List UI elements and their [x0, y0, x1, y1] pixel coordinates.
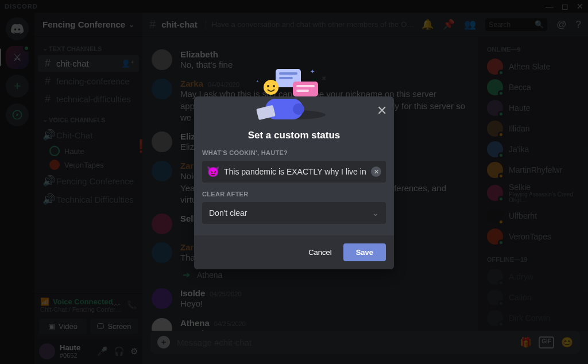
svg-text:✖: ✖ — [322, 75, 326, 82]
clear-status-button[interactable]: ✕ — [371, 166, 381, 177]
clear-after-label: CLEAR AFTER — [202, 191, 386, 198]
svg-rect-3 — [279, 72, 297, 75]
status-input-wrap: 😈 ✕ — [202, 161, 386, 183]
status-label: WHAT'S COOKIN', HAUTE? — [202, 149, 386, 156]
svg-point-9 — [267, 85, 269, 87]
svg-rect-4 — [279, 77, 293, 79]
status-input[interactable] — [224, 167, 366, 176]
svg-rect-7 — [296, 90, 309, 92]
modal-overlay[interactable]: ✦ + ✖ ✕ Set a custom status WHAT'S COOKI… — [0, 0, 588, 364]
modal-footer: Cancel Save — [194, 235, 394, 269]
custom-status-modal: ✦ + ✖ ✕ Set a custom status WHAT'S COOKI… — [194, 96, 394, 269]
svg-rect-6 — [296, 85, 315, 87]
cancel-button[interactable]: Cancel — [300, 243, 339, 261]
svg-text:✦: ✦ — [310, 68, 315, 75]
status-emoji-picker[interactable]: 😈 — [207, 165, 219, 178]
svg-rect-5 — [293, 82, 318, 96]
svg-text:+: + — [256, 79, 259, 84]
svg-point-10 — [273, 85, 275, 87]
chevron-down-icon: ⌄ — [372, 208, 379, 218]
modal-close-button[interactable]: ✕ — [377, 103, 387, 118]
clear-after-select[interactable]: Don't clear ⌄ — [202, 202, 386, 224]
clear-after-value: Don't clear — [209, 208, 247, 218]
svg-rect-2 — [276, 69, 301, 87]
modal-title: Set a custom status — [194, 96, 394, 149]
save-button[interactable]: Save — [343, 243, 386, 261]
svg-point-8 — [264, 80, 278, 95]
